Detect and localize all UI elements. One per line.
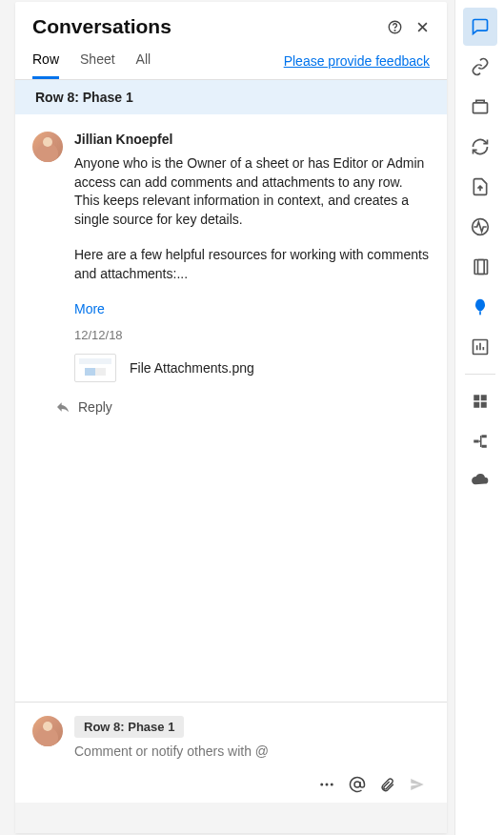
svg-rect-6 xyxy=(473,103,487,113)
comment-thread: Jillian Knoepfel Anyone who is the Owner… xyxy=(15,114,447,702)
more-link[interactable]: More xyxy=(74,301,105,316)
feedback-link[interactable]: Please provide feedback xyxy=(284,53,430,78)
summary-icon[interactable] xyxy=(463,248,497,286)
composer: Row 8: Phase 1 Comment or notify others … xyxy=(15,702,447,803)
svg-point-2 xyxy=(320,784,323,786)
publish-icon[interactable] xyxy=(463,168,497,206)
tabs-row: Row Sheet All Please provide feedback xyxy=(15,38,447,80)
conversations-icon[interactable] xyxy=(463,8,497,46)
comment-date: 12/12/18 xyxy=(74,328,430,342)
svg-point-3 xyxy=(326,784,329,786)
svg-rect-16 xyxy=(474,440,478,443)
comment-text: Anyone who is the Owner of a sheet or ha… xyxy=(74,154,430,284)
svg-rect-14 xyxy=(474,402,479,408)
reply-icon xyxy=(55,399,71,415)
grid-icon[interactable] xyxy=(463,382,497,420)
more-options-icon[interactable] xyxy=(318,776,335,793)
avatar xyxy=(32,132,63,162)
activity-log-icon[interactable] xyxy=(463,208,497,246)
svg-point-5 xyxy=(354,782,360,787)
attachment-name: File Attachments.png xyxy=(130,360,254,376)
brandfolder-icon[interactable] xyxy=(463,288,497,326)
svg-rect-9 xyxy=(477,260,487,275)
context-chip[interactable]: Row 8: Phase 1 xyxy=(74,716,184,738)
comment-input[interactable]: Comment or notify others with @ xyxy=(74,743,430,759)
avatar xyxy=(32,716,63,746)
svg-rect-12 xyxy=(474,395,479,400)
svg-rect-10 xyxy=(479,312,481,315)
svg-rect-15 xyxy=(480,402,486,408)
send-icon[interactable] xyxy=(409,776,426,793)
right-rail xyxy=(454,0,504,835)
help-icon[interactable] xyxy=(388,20,402,34)
svg-point-4 xyxy=(331,784,333,786)
comment-author: Jillian Knoepfel xyxy=(74,132,430,147)
attach-icon[interactable] xyxy=(379,777,395,793)
update-requests-icon[interactable] xyxy=(463,128,497,166)
proofs-icon[interactable] xyxy=(463,88,497,126)
panel-header: Conversations xyxy=(15,2,447,38)
tab-row[interactable]: Row xyxy=(32,51,59,79)
reply-button[interactable]: Reply xyxy=(55,399,430,415)
svg-rect-17 xyxy=(481,435,486,438)
attachment-thumbnail xyxy=(74,354,116,382)
svg-rect-8 xyxy=(474,260,484,275)
comment-item: Jillian Knoepfel Anyone who is the Owner… xyxy=(32,132,430,415)
svg-rect-13 xyxy=(480,395,486,400)
tab-all[interactable]: All xyxy=(136,51,151,79)
close-icon[interactable] xyxy=(415,20,430,34)
svg-point-1 xyxy=(394,30,395,31)
attachment-row[interactable]: File Attachments.png xyxy=(74,354,430,382)
work-insights-icon[interactable] xyxy=(463,328,497,366)
svg-rect-18 xyxy=(481,445,486,448)
panel-title: Conversations xyxy=(32,15,388,38)
conversations-panel: Conversations Row Sheet All Please provi… xyxy=(15,2,447,833)
context-bar[interactable]: Row 8: Phase 1 xyxy=(15,80,447,114)
mention-icon[interactable] xyxy=(349,776,366,793)
attachments-icon[interactable] xyxy=(463,48,497,86)
cloud-icon[interactable] xyxy=(463,462,497,500)
connector-icon[interactable] xyxy=(463,422,497,460)
tab-sheet[interactable]: Sheet xyxy=(80,51,115,79)
